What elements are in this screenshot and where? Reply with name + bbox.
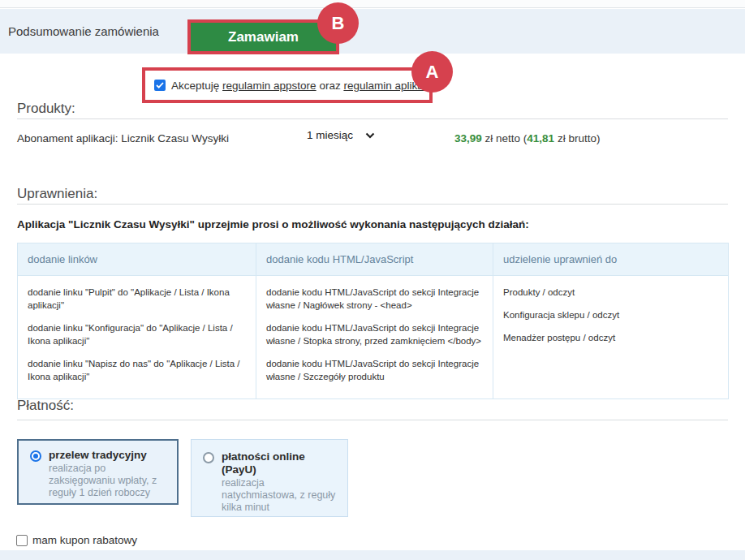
product-name: Abonament aplikacji: Licznik Czasu Wysył… [17,132,229,144]
permission-item: dodanie kodu HTML/JavaScript do sekcji I… [266,321,483,347]
permission-item: Produkty / odczyt [503,286,718,299]
permissions-table-body-row: dodanie linku "Pulpit" do "Aplikacje / L… [18,276,729,399]
radio-selected-icon[interactable] [30,450,41,462]
annotation-badge-a: A [411,51,453,93]
payment-option-text: przelew tradycyjny realizacja po zaksięg… [49,449,170,497]
permission-item: dodanie kodu HTML/JavaScript do sekcji I… [266,357,483,383]
chevron-down-icon [365,132,375,139]
permission-item: dodanie kodu HTML/JavaScript do sekcji I… [266,286,483,312]
page-title: Podsumowanie zamówienia [8,9,159,54]
coupon-label: mam kupon rabatowy [32,534,137,546]
payment-option-description: realizacja natychmiastowa, z reguły kilk… [222,477,341,513]
period-select[interactable]: 1 miesiąc [307,129,375,141]
annotation-box-a: Akceptuję regulamin appstore oraz regula… [142,67,433,103]
bottom-bar [0,550,745,560]
appstore-terms-link[interactable]: regulamin appstore [222,80,317,92]
permission-item: Konfiguracja sklepu / odczyt [503,308,718,321]
top-strip [0,0,745,8]
permissions-intro: Aplikacja "Licznik Czasu Wysyłki" uprzej… [17,218,728,230]
radio-unselected-icon[interactable] [203,452,214,463]
payment-option-text: płatności online (PayU) realizacja natyc… [222,450,341,510]
grants-permissions-cell: Produkty / odczyt Konfiguracja sklepu / … [493,276,729,399]
coupon-checkbox[interactable] [16,535,28,546]
payment-option-bank-transfer[interactable]: przelew tradycyjny realizacja po zaksięg… [17,439,179,505]
permission-item: dodanie linku "Pulpit" do "Aplikacje / L… [28,286,246,312]
products-divider [17,118,728,119]
column-header-links: dodanie linków [18,243,256,276]
terms-middle: oraz [317,80,344,92]
permissions-divider [17,204,728,205]
payment-divider [17,420,728,420]
products-heading: Produkty: [17,101,75,117]
annotation-badge-b: B [317,2,359,44]
checkmark-icon [156,82,164,88]
payment-option-title: przelew tradycyjny [49,449,170,462]
permission-item: Menadżer postępu / odczyt [503,331,718,344]
terms-prefix: Akceptuję [171,80,222,92]
price-gross-value: 41,81 [527,132,554,144]
links-permissions-cell: dodanie linku "Pulpit" do "Aplikacje / L… [18,276,256,399]
payment-option-description: realizacja po zaksięgowaniu wpłaty, z re… [49,463,170,498]
order-button[interactable]: Zamawiam [191,23,336,51]
permissions-table-header-row: dodanie linków dodanie kodu HTML/JavaScr… [18,243,729,276]
permission-item: dodanie linku "Konfiguracja" do "Aplikac… [28,321,246,347]
price-net-suffix: zł netto ( [482,132,528,144]
payment-option-title: płatności online (PayU) [222,450,341,476]
price-gross-suffix: zł brutto) [554,132,600,144]
column-header-html-js: dodanie kodu HTML/JavaScript [256,243,493,276]
product-price: 33,99 zł netto (41,81 zł brutto) [454,132,600,144]
coupon-row: mam kupon rabatowy [16,534,137,546]
permissions-table: dodanie linków dodanie kodu HTML/JavaScr… [17,243,729,399]
column-header-grants: udzielenie uprawnień do [493,243,729,276]
annotation-box-b: Zamawiam [187,19,339,54]
order-summary-page: Podsumowanie zamówienia Zamawiam B Akcep… [0,0,745,560]
htmljs-permissions-cell: dodanie kodu HTML/JavaScript do sekcji I… [256,276,493,399]
price-net-value: 33,99 [454,132,482,144]
terms-label: Akceptuję regulamin appstore oraz regula… [171,80,437,92]
terms-checkbox[interactable] [154,80,166,91]
permission-item: dodanie linku "Napisz do nas" do "Aplika… [28,357,246,383]
payment-option-online-payu[interactable]: płatności online (PayU) realizacja natyc… [191,439,348,517]
header-bar: Podsumowanie zamówienia [0,9,745,54]
payment-heading: Płatność: [17,398,74,414]
period-selected-value: 1 miesiąc [307,129,353,141]
permissions-heading: Uprawnienia: [17,186,97,202]
